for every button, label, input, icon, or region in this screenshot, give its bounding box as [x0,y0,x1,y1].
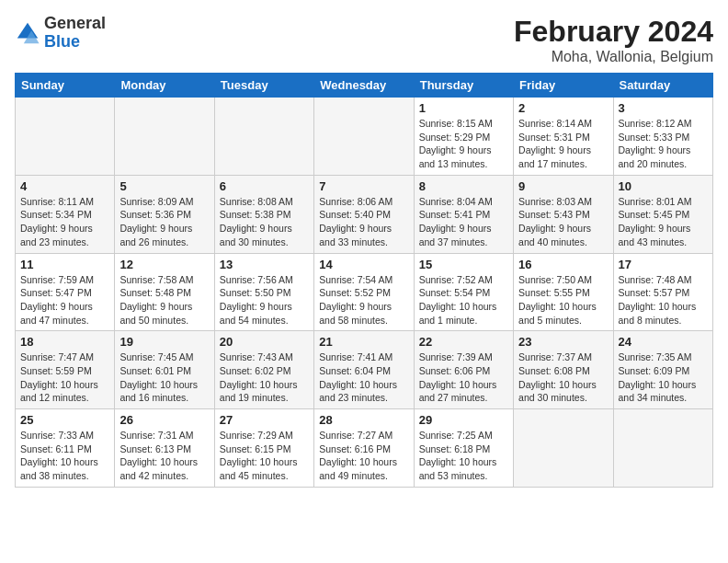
day-info: Sunrise: 7:31 AM Sunset: 6:13 PM Dayligh… [119,429,209,483]
day-info: Sunrise: 8:06 AM Sunset: 5:40 PM Dayligh… [319,195,408,249]
calendar-day-cell: 8Sunrise: 8:04 AM Sunset: 5:41 PM Daylig… [414,175,513,253]
day-of-week-header: Thursday [414,74,513,98]
calendar-day-cell: 13Sunrise: 7:56 AM Sunset: 5:50 PM Dayli… [214,253,313,331]
calendar-day-cell: 1Sunrise: 8:15 AM Sunset: 5:29 PM Daylig… [414,98,513,176]
day-info: Sunrise: 7:59 AM Sunset: 5:47 PM Dayligh… [20,273,109,327]
calendar-day-cell: 19Sunrise: 7:45 AM Sunset: 6:01 PM Dayli… [115,331,214,409]
day-number: 7 [319,179,408,193]
day-number: 11 [20,258,109,271]
calendar-day-cell: 7Sunrise: 8:06 AM Sunset: 5:40 PM Daylig… [314,175,414,253]
calendar-day-cell: 6Sunrise: 8:08 AM Sunset: 5:38 PM Daylig… [214,175,313,253]
day-number: 27 [220,413,309,427]
day-info: Sunrise: 8:04 AM Sunset: 5:41 PM Dayligh… [419,195,508,249]
day-info: Sunrise: 7:48 AM Sunset: 5:57 PM Dayligh… [619,273,708,327]
day-number: 6 [220,179,309,193]
day-of-week-header: Saturday [613,74,712,98]
day-info: Sunrise: 8:09 AM Sunset: 5:36 PM Dayligh… [119,195,209,249]
calendar-week-row: 18Sunrise: 7:47 AM Sunset: 5:59 PM Dayli… [16,331,713,409]
calendar-table: SundayMondayTuesdayWednesdayThursdayFrid… [15,73,713,488]
day-number: 26 [119,413,209,427]
calendar-week-row: 1Sunrise: 8:15 AM Sunset: 5:29 PM Daylig… [16,98,713,176]
calendar-day-cell [514,409,613,488]
day-number: 20 [220,335,309,349]
svg-marker-0 [17,23,38,39]
calendar-day-cell: 24Sunrise: 7:35 AM Sunset: 6:09 PM Dayli… [613,331,712,409]
day-info: Sunrise: 7:27 AM Sunset: 6:16 PM Dayligh… [319,429,408,483]
day-number: 29 [419,413,508,427]
day-info: Sunrise: 8:11 AM Sunset: 5:34 PM Dayligh… [20,195,109,249]
calendar-week-row: 4Sunrise: 8:11 AM Sunset: 5:34 PM Daylig… [16,175,713,253]
day-number: 21 [319,335,408,349]
day-of-week-header: Wednesday [314,74,414,98]
calendar-day-cell: 16Sunrise: 7:50 AM Sunset: 5:55 PM Dayli… [514,253,613,331]
calendar-week-row: 11Sunrise: 7:59 AM Sunset: 5:47 PM Dayli… [16,253,713,331]
day-info: Sunrise: 7:35 AM Sunset: 6:09 PM Dayligh… [619,350,708,405]
day-number: 3 [619,101,708,115]
calendar-day-cell: 29Sunrise: 7:25 AM Sunset: 6:18 PM Dayli… [414,409,513,488]
title-block: February 2024 Moha, Wallonia, Belgium [514,15,713,65]
day-info: Sunrise: 7:29 AM Sunset: 6:15 PM Dayligh… [220,429,309,483]
logo-icon [15,20,40,46]
page-subtitle: Moha, Wallonia, Belgium [514,49,713,65]
day-of-week-header: Monday [115,74,214,98]
day-info: Sunrise: 7:52 AM Sunset: 5:54 PM Dayligh… [419,273,508,327]
day-info: Sunrise: 7:50 AM Sunset: 5:55 PM Dayligh… [518,273,608,327]
logo: General Blue [15,15,106,52]
calendar-day-cell: 5Sunrise: 8:09 AM Sunset: 5:36 PM Daylig… [115,175,214,253]
calendar-day-cell: 25Sunrise: 7:33 AM Sunset: 6:11 PM Dayli… [16,409,115,488]
calendar-day-cell: 20Sunrise: 7:43 AM Sunset: 6:02 PM Dayli… [214,331,313,409]
calendar-day-cell: 3Sunrise: 8:12 AM Sunset: 5:33 PM Daylig… [613,98,712,176]
calendar-day-cell: 21Sunrise: 7:41 AM Sunset: 6:04 PM Dayli… [314,331,414,409]
day-number: 4 [20,179,109,193]
day-number: 10 [619,179,708,193]
day-info: Sunrise: 7:37 AM Sunset: 6:08 PM Dayligh… [518,350,608,405]
day-info: Sunrise: 8:15 AM Sunset: 5:29 PM Dayligh… [419,117,508,171]
day-info: Sunrise: 7:58 AM Sunset: 5:48 PM Dayligh… [119,273,209,327]
calendar-day-cell [115,98,214,176]
day-info: Sunrise: 8:14 AM Sunset: 5:31 PM Dayligh… [518,117,608,171]
day-number: 28 [319,413,408,427]
calendar-day-cell: 11Sunrise: 7:59 AM Sunset: 5:47 PM Dayli… [16,253,115,331]
calendar-day-cell: 26Sunrise: 7:31 AM Sunset: 6:13 PM Dayli… [115,409,214,488]
day-number: 17 [619,258,708,271]
calendar-day-cell: 15Sunrise: 7:52 AM Sunset: 5:54 PM Dayli… [414,253,513,331]
day-of-week-header: Friday [514,74,613,98]
day-info: Sunrise: 7:43 AM Sunset: 6:02 PM Dayligh… [220,350,309,405]
calendar-day-cell: 28Sunrise: 7:27 AM Sunset: 6:16 PM Dayli… [314,409,414,488]
calendar-header-row: SundayMondayTuesdayWednesdayThursdayFrid… [16,74,713,98]
day-info: Sunrise: 8:08 AM Sunset: 5:38 PM Dayligh… [220,195,309,249]
page-header: General Blue February 2024 Moha, Walloni… [15,15,713,65]
day-number: 13 [220,258,309,271]
day-number: 16 [518,258,608,271]
calendar-day-cell [214,98,313,176]
day-info: Sunrise: 8:12 AM Sunset: 5:33 PM Dayligh… [619,117,708,171]
day-info: Sunrise: 7:54 AM Sunset: 5:52 PM Dayligh… [319,273,408,327]
day-number: 12 [119,258,209,271]
day-info: Sunrise: 7:56 AM Sunset: 5:50 PM Dayligh… [220,273,309,327]
day-number: 24 [619,335,708,349]
calendar-day-cell [314,98,414,176]
calendar-day-cell: 4Sunrise: 8:11 AM Sunset: 5:34 PM Daylig… [16,175,115,253]
day-number: 8 [419,179,508,193]
calendar-day-cell: 2Sunrise: 8:14 AM Sunset: 5:31 PM Daylig… [514,98,613,176]
page-title: February 2024 [514,15,713,49]
day-number: 1 [419,101,508,115]
day-number: 2 [518,101,608,115]
day-info: Sunrise: 7:41 AM Sunset: 6:04 PM Dayligh… [319,350,408,405]
calendar-day-cell [613,409,712,488]
day-number: 25 [20,413,109,427]
calendar-week-row: 25Sunrise: 7:33 AM Sunset: 6:11 PM Dayli… [16,409,713,488]
day-number: 9 [518,179,608,193]
day-number: 15 [419,258,508,271]
day-number: 23 [518,335,608,349]
day-info: Sunrise: 7:47 AM Sunset: 5:59 PM Dayligh… [20,350,109,405]
calendar-day-cell: 14Sunrise: 7:54 AM Sunset: 5:52 PM Dayli… [314,253,414,331]
calendar-day-cell: 9Sunrise: 8:03 AM Sunset: 5:43 PM Daylig… [514,175,613,253]
day-number: 19 [119,335,209,349]
logo-text: General Blue [44,15,106,52]
day-info: Sunrise: 7:39 AM Sunset: 6:06 PM Dayligh… [419,350,508,405]
day-number: 18 [20,335,109,349]
day-number: 22 [419,335,508,349]
calendar-day-cell [16,98,115,176]
day-of-week-header: Tuesday [214,74,313,98]
